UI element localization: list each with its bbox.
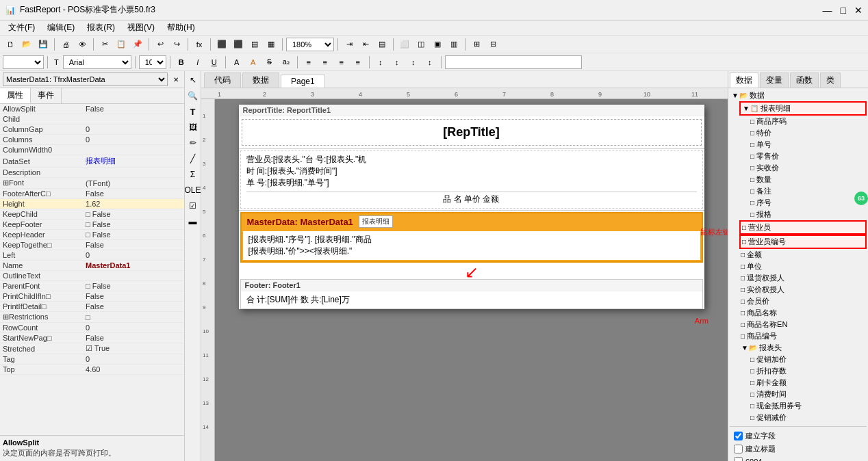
cb-field-input[interactable] [734, 432, 743, 440]
style-select[interactable] [3, 55, 44, 69]
align-center-button[interactable]: ≡ [318, 55, 333, 70]
save-button[interactable]: 💾 [36, 37, 51, 52]
prop-value[interactable]: (TFont) [83, 178, 184, 189]
minimize-button[interactable]: — [823, 5, 832, 16]
tree-xuhao[interactable]: □序号 [749, 197, 867, 209]
prop-row[interactable]: Columns0 [0, 135, 184, 145]
tree-shishoujia[interactable]: □实收价 [749, 162, 867, 174]
tree-shuliang[interactable]: □数量 [749, 174, 867, 185]
tb-btn-i[interactable]: ⊟ [485, 37, 500, 52]
format-input[interactable] [445, 55, 582, 69]
tree-danwei[interactable]: □单位 [739, 261, 867, 272]
prop-value[interactable] [83, 168, 184, 178]
prop-row[interactable]: OutlineText [0, 271, 184, 281]
prop-row[interactable]: Tag0 [0, 354, 184, 365]
preview-button[interactable]: 👁 [75, 37, 90, 52]
redo-button[interactable]: ↪ [169, 37, 184, 52]
prop-value[interactable]: ☑ True [83, 343, 184, 354]
tree-lingshoujia[interactable]: □零售价 [749, 150, 867, 162]
maximize-button[interactable]: □ [841, 5, 846, 16]
lt-ole[interactable]: OLE [186, 183, 201, 198]
tree-cxjj2[interactable]: □促销减价 [749, 412, 867, 423]
tb-btn-b[interactable]: ⇤ [358, 37, 373, 52]
tab-events[interactable]: 事件 [31, 88, 62, 103]
prop-value[interactable]: □ False [83, 209, 184, 220]
underline-button[interactable]: U [207, 55, 222, 70]
tab-properties[interactable]: 属性 [0, 88, 31, 103]
tree-zkcs[interactable]: □折扣存数 [749, 365, 867, 377]
footer-band[interactable]: Footer: Footer1 合 计:[SUM]件 数 共:[Line]万 [240, 279, 703, 309]
prop-row[interactable]: RowCount0 [0, 323, 184, 333]
tree-tuihuo[interactable]: □退货权授人 [739, 272, 867, 284]
bbt-expander[interactable]: ▼ [741, 344, 749, 352]
tb-btn-g[interactable]: ▥ [446, 37, 461, 52]
align2-button[interactable]: ⬛ [231, 37, 246, 52]
prop-row[interactable]: Left0 [0, 250, 184, 261]
prop-value[interactable]: 0 [83, 250, 184, 261]
prop-value[interactable]: 报表明细 [83, 155, 184, 168]
tab-page1[interactable]: Page1 [281, 75, 325, 88]
font-color-button[interactable]: A [229, 55, 244, 70]
prop-value[interactable]: 0 [83, 354, 184, 365]
tb-btn-c[interactable]: ▤ [374, 37, 390, 52]
prop-row[interactable]: StartNewPag□False [0, 333, 184, 343]
subscript-button[interactable]: a₂ [279, 55, 294, 70]
tree-danhao[interactable]: □单号 [749, 139, 867, 150]
prop-value[interactable]: □ False [83, 220, 184, 230]
lt-pointer[interactable]: ↖ [186, 73, 201, 88]
align3-button[interactable]: ▤ [247, 37, 262, 52]
prop-row[interactable]: PrintChildIfIn□False [0, 291, 184, 302]
spacing-btn3[interactable]: ↕ [406, 55, 421, 70]
tree-baoge[interactable]: □报格 [749, 209, 867, 220]
band2[interactable]: 营业员:[报表头."台 号:[报表头."机 时 间:[报表头."消费时间"] 单… [239, 150, 704, 211]
prop-row[interactable]: KeepTogethe□False [0, 240, 184, 250]
font-name-select[interactable]: Arial [63, 55, 131, 69]
canvas-scroll-area[interactable]: 1 2 3 4 5 6 7 8 9 10 11 12 13 14 [201, 99, 728, 461]
prop-value[interactable]: 0 [83, 124, 184, 135]
prop-value[interactable]: □ [83, 312, 184, 323]
tree-shijia[interactable]: □实价权授人 [739, 284, 867, 295]
align-left-button[interactable]: ≡ [301, 55, 316, 70]
lt-line[interactable]: ╱ [186, 151, 201, 166]
cb-6004[interactable]: 6004 [731, 456, 865, 461]
open-button[interactable]: 📂 [19, 37, 34, 52]
tree-jine[interactable]: □金额 [739, 249, 867, 261]
panel-close-button[interactable]: ✕ [170, 74, 181, 85]
rp-tab-class[interactable]: 类 [820, 73, 841, 88]
prop-row[interactable]: KeepChild□ False [0, 209, 184, 220]
prop-value[interactable]: False [83, 240, 184, 250]
tree-cxjj[interactable]: □促销加价 [749, 354, 867, 365]
tb-btn-f[interactable]: ▣ [430, 37, 445, 52]
prop-row[interactable]: KeepHeader□ False [0, 230, 184, 240]
lt-check[interactable]: ☑ [186, 198, 201, 213]
prop-row[interactable]: ⊞Restrictions□ [0, 312, 184, 323]
tree-root[interactable]: ▼ 📂 数据 [730, 90, 867, 101]
prop-value[interactable] [83, 145, 184, 155]
cut-button[interactable]: ✂ [97, 37, 112, 52]
prop-row[interactable]: Height1.62 [0, 199, 184, 209]
strike-button[interactable]: S̶ [262, 55, 277, 70]
highlight-button[interactable]: A [246, 55, 261, 70]
tree-baobiaotou[interactable]: ▼ 📂 报表头 [739, 342, 867, 354]
cb-build-title[interactable]: 建立标题 [731, 443, 865, 456]
tb-btn-a[interactable]: ⇥ [342, 37, 357, 52]
spacing-btn2[interactable]: ↕ [390, 55, 405, 70]
close-button[interactable]: ✕ [854, 5, 863, 16]
prop-value[interactable]: 4.60 [83, 365, 184, 375]
tree-yingyeye-bianhao[interactable]: □ 营业员编号 [739, 235, 867, 249]
align-right-button[interactable]: ≡ [334, 55, 349, 70]
band2-content[interactable]: 营业员:[报表头."台 号:[报表头."机 时 间:[报表头."消费时间"] 单… [240, 150, 703, 209]
prop-row[interactable]: Description [0, 168, 184, 178]
tree-shangpin-bh[interactable]: □商品编号 [739, 330, 867, 342]
masterdata-band[interactable]: MasterData: MasterData1 报表明细 [报表明细."序号"]… [240, 212, 703, 263]
rp-tab-vars[interactable]: 变量 [760, 73, 789, 88]
formula-button[interactable]: fx [192, 37, 207, 52]
prop-value[interactable]: False [83, 291, 184, 302]
tree-item-baobiaomingxi[interactable]: ▼ 📋 报表明细 [739, 101, 867, 116]
prop-row[interactable]: NameMasterData1 [0, 261, 184, 271]
undo-button[interactable]: ↩ [153, 37, 168, 52]
prop-value[interactable]: False [83, 302, 184, 312]
align1-button[interactable]: ⬛ [214, 37, 229, 52]
paste-button[interactable]: 📌 [130, 37, 145, 52]
prop-value[interactable]: □ False [83, 281, 184, 291]
